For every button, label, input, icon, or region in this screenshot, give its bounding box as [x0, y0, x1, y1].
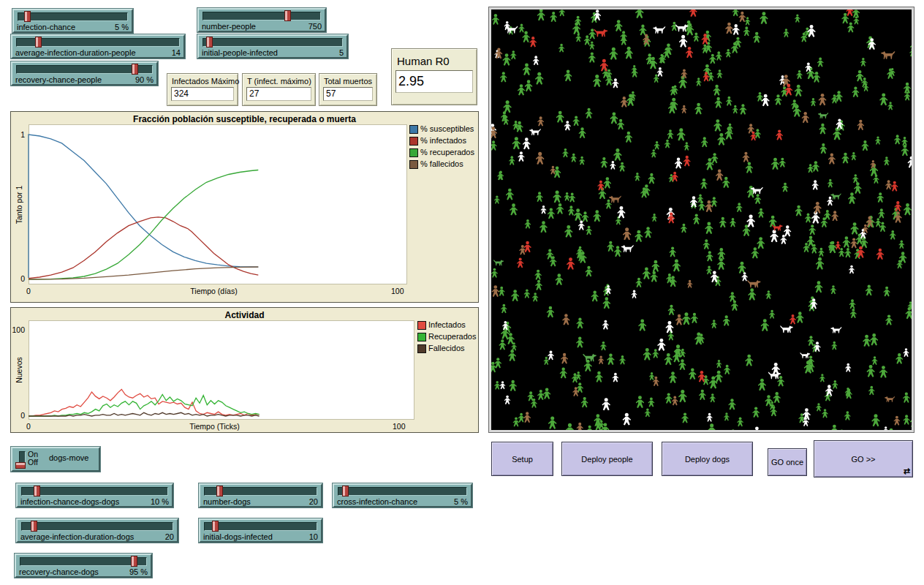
person-agent	[664, 140, 670, 148]
person-agent	[569, 193, 575, 203]
slider-knob[interactable]	[284, 10, 291, 21]
slider-track[interactable]	[204, 487, 317, 496]
person-agent	[852, 174, 858, 183]
person-agent	[544, 357, 550, 365]
person-agent	[819, 124, 826, 135]
person-agent	[758, 208, 765, 218]
person-agent	[510, 380, 517, 391]
person-agent	[832, 380, 838, 389]
slider-recovery-chance-dogs[interactable]: recovery-chance-dogs95 %	[15, 554, 152, 578]
button-label: GO once	[771, 458, 803, 467]
person-agent	[566, 423, 575, 430]
person-agent	[523, 241, 531, 253]
slider-knob[interactable]	[132, 64, 138, 75]
switch-label: dogs-move	[49, 453, 88, 462]
person-agent	[492, 14, 499, 25]
person-agent	[850, 309, 857, 318]
slider-value: 5 %	[454, 497, 468, 507]
slider-value: 20	[165, 532, 174, 542]
person-agent	[836, 91, 843, 102]
slider-infection-chance[interactable]: infection-chance5 %	[12, 9, 133, 33]
slider-track[interactable]	[18, 12, 128, 21]
person-agent	[643, 268, 651, 279]
person-agent	[717, 258, 725, 270]
person-agent	[508, 350, 516, 361]
x-axis-label: Tiempo (días)	[156, 287, 273, 295]
button-deploy-dogs[interactable]: Deploy dogs	[662, 442, 753, 476]
person-agent	[609, 48, 618, 60]
person-agent	[517, 257, 523, 268]
button-go-forever[interactable]: GO >>⇄	[814, 440, 913, 478]
person-agent	[518, 151, 524, 162]
switch-knob[interactable]	[15, 462, 26, 469]
person-agent	[548, 417, 557, 429]
slider-cross-infection-chance[interactable]: cross-infection-chance5 %	[333, 483, 472, 507]
slider-recovery-chance-people[interactable]: recovery-chance-people90 %	[11, 61, 158, 86]
monitor-title: T (infect. máximo)	[247, 77, 311, 86]
person-agent	[819, 94, 827, 105]
slider-infection-chance-dogs-dogs[interactable]: infection-chance-dogs-dogs10 %	[16, 483, 173, 507]
slider-knob[interactable]	[131, 556, 137, 567]
person-agent	[649, 372, 655, 380]
person-agent	[651, 214, 657, 222]
button-go-once[interactable]: GO once	[768, 448, 807, 476]
slider-track[interactable]	[16, 65, 153, 74]
slider-track[interactable]	[16, 38, 180, 47]
slider-label: recovery-chance-people	[15, 75, 102, 85]
person-agent	[890, 230, 896, 240]
person-agent	[593, 210, 601, 222]
x-tick-left: 0	[26, 287, 31, 295]
person-agent	[879, 94, 887, 106]
slider-knob[interactable]	[206, 37, 213, 48]
slider-label: average-infection-duration-dogs	[20, 532, 134, 542]
person-agent	[619, 355, 625, 364]
slider-track[interactable]	[202, 12, 321, 20]
button-setup[interactable]: Setup	[491, 442, 553, 476]
slider-knob[interactable]	[212, 521, 219, 532]
slider-track[interactable]	[21, 522, 173, 531]
person-agent	[657, 67, 664, 77]
person-agent	[757, 92, 763, 102]
slider-number-people[interactable]: number-people750	[197, 8, 326, 32]
slider-track[interactable]	[204, 522, 317, 531]
person-agent	[675, 314, 683, 325]
slider-track[interactable]	[202, 38, 343, 47]
person-agent	[562, 148, 568, 157]
slider-average-infection-duration-people[interactable]: average-infection-duration-people14	[11, 34, 185, 58]
slider-knob[interactable]	[342, 486, 349, 497]
slider-knob[interactable]	[24, 11, 31, 22]
switch-dogs-move[interactable]: OnOffdogs-move	[11, 447, 100, 472]
person-agent	[576, 336, 583, 347]
person-agent	[819, 374, 825, 382]
person-agent	[825, 385, 833, 396]
slider-track[interactable]	[21, 487, 168, 496]
person-agent	[534, 270, 541, 280]
slider-initial-dogs-infected[interactable]: initial-dogs-infected10	[199, 518, 322, 543]
person-agent	[831, 211, 838, 221]
legend-item: Infectados	[417, 320, 466, 330]
slider-initial-people-infected[interactable]: initial-people-infected5	[197, 34, 348, 58]
slider-track[interactable]	[20, 557, 147, 566]
person-agent	[624, 47, 632, 59]
slider-track[interactable]	[338, 487, 467, 496]
person-agent	[539, 221, 548, 233]
slider-knob[interactable]	[31, 521, 37, 532]
slider-value: 14	[172, 48, 181, 58]
person-agent	[696, 78, 702, 86]
person-agent	[758, 379, 766, 390]
person-agent	[909, 48, 912, 57]
monitor-total-muertos: Total muertos57	[319, 73, 377, 106]
person-agent	[745, 355, 753, 366]
button-deploy-people[interactable]: Deploy people	[561, 442, 653, 476]
world-canvas	[491, 10, 912, 430]
slider-number-dogs[interactable]: number-dogs20	[199, 483, 322, 507]
slider-knob[interactable]	[34, 486, 40, 497]
slider-knob[interactable]	[35, 37, 42, 48]
slider-knob[interactable]	[216, 486, 223, 497]
person-agent	[602, 398, 610, 410]
person-agent	[687, 280, 693, 288]
slider-average-infection-duration-dogs[interactable]: average-infection-duration-dogs20	[16, 518, 178, 543]
person-agent	[727, 124, 732, 132]
person-agent	[654, 141, 660, 150]
person-agent	[803, 243, 810, 252]
